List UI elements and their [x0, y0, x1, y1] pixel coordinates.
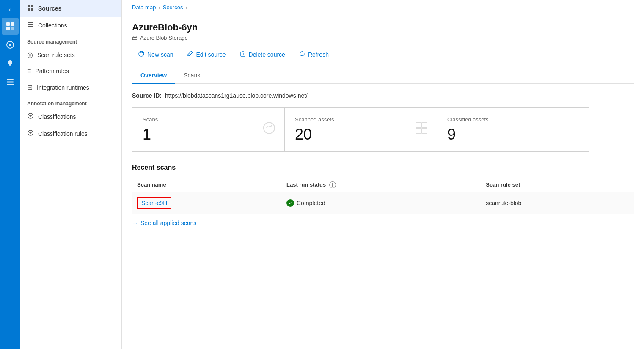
completed-icon: ✓ — [286, 199, 294, 207]
svg-point-5 — [9, 44, 11, 46]
expand-icon[interactable]: » — [9, 3, 12, 16]
new-scan-label: New scan — [147, 51, 173, 58]
classified-assets-stat-label: Classified assets — [447, 116, 578, 123]
content-area: AzureBlob-6yn 🗃 Azure Blob Storage New s… — [122, 15, 644, 349]
scans-table: Scan name Last run status i Scan rule se… — [132, 178, 634, 215]
svg-rect-33 — [422, 129, 427, 134]
integration-runtimes-icon: ⊞ — [27, 83, 33, 91]
last-run-status-info-icon[interactable]: i — [329, 181, 336, 188]
storage-icon: 🗃 — [132, 35, 138, 41]
svg-rect-10 — [28, 5, 30, 7]
scans-stat-icon — [262, 121, 276, 138]
sidebar: Sources Collections Source management ◎ … — [20, 0, 122, 349]
scanned-assets-stat-value: 20 — [295, 126, 427, 143]
breadcrumb-sep-2: › — [185, 4, 187, 11]
overview-tab[interactable]: Overview — [132, 68, 175, 84]
pattern-rules-icon: ≡ — [27, 67, 31, 75]
source-id-row: Source ID: https://blobdatascans1rg1ause… — [132, 92, 634, 99]
edit-source-button[interactable]: Edit source — [181, 48, 231, 61]
svg-rect-15 — [28, 24, 33, 25]
new-scan-button[interactable]: New scan — [132, 48, 179, 61]
scan-rule-sets-icon: ◎ — [27, 51, 33, 59]
delete-source-icon — [239, 50, 246, 58]
refresh-icon — [299, 50, 305, 58]
toolbar: New scan Edit source — [132, 48, 634, 61]
sidebar-item-pattern-rules[interactable]: ≡ Pattern rules — [20, 63, 121, 79]
refresh-button[interactable]: Refresh — [293, 48, 335, 61]
tabs: Overview Scans — [132, 68, 634, 84]
svg-rect-24 — [241, 52, 245, 56]
classifications-label: Classifications — [38, 113, 76, 120]
classification-rules-label: Classification rules — [38, 130, 88, 137]
scanned-assets-stat-label: Scanned assets — [295, 116, 427, 123]
breadcrumb-data-map[interactable]: Data map — [132, 4, 156, 11]
see-all-arrow: → — [132, 220, 138, 226]
svg-rect-7 — [7, 79, 14, 80]
sidebar-item-integration-runtimes[interactable]: ⊞ Integration runtimes — [20, 79, 121, 96]
main-content: Data map › Sources › AzureBlob-6yn 🗃 Azu… — [122, 0, 644, 349]
scans-stat-value: 1 — [143, 126, 274, 143]
sidebar-item-scan-rule-sets[interactable]: ◎ Scan rule sets — [20, 47, 121, 63]
svg-point-23 — [139, 51, 144, 56]
source-id-label: Source ID: — [132, 92, 162, 99]
classified-assets-stat-card: Classified assets 9 — [437, 107, 589, 152]
delete-source-button[interactable]: Delete source — [234, 48, 291, 61]
svg-rect-31 — [422, 123, 427, 128]
scans-stat-label: Scans — [143, 116, 274, 123]
stats-row: Scans 1 Scanned assets 20 — [132, 107, 634, 152]
sidebar-collections-label: Collections — [38, 22, 67, 29]
source-id-value: https://blobdatascans1rg1ause.blob.core.… — [165, 92, 308, 99]
sidebar-sources-label: Sources — [38, 5, 61, 12]
svg-rect-2 — [6, 27, 10, 30]
breadcrumb: Data map › Sources › — [122, 0, 644, 15]
breadcrumb-sep-1: › — [158, 4, 160, 11]
classifications-icon — [27, 113, 34, 121]
see-all-link[interactable]: → See all applied scans — [132, 220, 634, 226]
breadcrumb-sources[interactable]: Sources — [163, 4, 183, 11]
sidebar-item-sources[interactable]: Sources — [20, 0, 121, 17]
svg-rect-12 — [28, 8, 30, 11]
recent-scans-title: Recent scans — [132, 164, 634, 171]
svg-rect-32 — [416, 129, 421, 134]
scan-name-col-header: Scan name — [132, 178, 281, 192]
integration-runtimes-label: Integration runtimes — [37, 84, 89, 91]
svg-rect-6 — [9, 65, 11, 66]
bulb-nav-icon[interactable] — [2, 55, 19, 72]
new-scan-icon — [138, 50, 145, 58]
svg-rect-8 — [7, 82, 14, 83]
classified-assets-stat-value: 9 — [447, 126, 578, 143]
page-subtitle-text: Azure Blob Storage — [140, 35, 188, 41]
page-title: AzureBlob-6yn — [132, 22, 634, 33]
edit-source-label: Edit source — [196, 51, 226, 58]
refresh-label: Refresh — [308, 51, 329, 58]
scans-tab[interactable]: Scans — [175, 68, 209, 84]
scans-stat-card: Scans 1 — [132, 107, 284, 152]
tools-nav-icon[interactable] — [2, 74, 19, 91]
scanned-assets-stat-card: Scanned assets 20 — [284, 107, 437, 152]
sidebar-item-classification-rules[interactable]: Classification rules — [20, 125, 121, 142]
svg-point-29 — [264, 123, 275, 134]
scan-rule-sets-label: Scan rule sets — [37, 52, 75, 58]
page-subtitle: 🗃 Azure Blob Storage — [132, 35, 634, 41]
svg-rect-16 — [28, 26, 33, 27]
connector-nav-icon[interactable] — [2, 36, 19, 53]
sources-icon — [27, 4, 34, 13]
classification-rules-icon — [27, 129, 34, 138]
table-row: Scan-c9H ✓ Completed scanrule-blob — [132, 192, 634, 214]
sidebar-item-classifications[interactable]: Classifications — [20, 108, 121, 125]
last-run-status-col-header: Last run status i — [281, 178, 481, 192]
delete-source-label: Delete source — [249, 51, 285, 58]
status-completed: ✓ Completed — [286, 199, 476, 207]
scanned-assets-stat-icon — [415, 121, 428, 138]
collections-icon — [27, 21, 34, 30]
status-label: Completed — [297, 200, 325, 206]
svg-rect-0 — [6, 22, 10, 26]
svg-rect-3 — [11, 27, 14, 30]
see-all-label: See all applied scans — [140, 220, 196, 226]
svg-rect-1 — [11, 22, 14, 26]
source-management-header: Source management — [20, 34, 121, 47]
scan-name-link[interactable]: Scan-c9H — [137, 197, 171, 209]
purview-nav-icon[interactable] — [2, 18, 19, 35]
svg-rect-11 — [31, 5, 33, 7]
sidebar-item-collections[interactable]: Collections — [20, 17, 121, 34]
